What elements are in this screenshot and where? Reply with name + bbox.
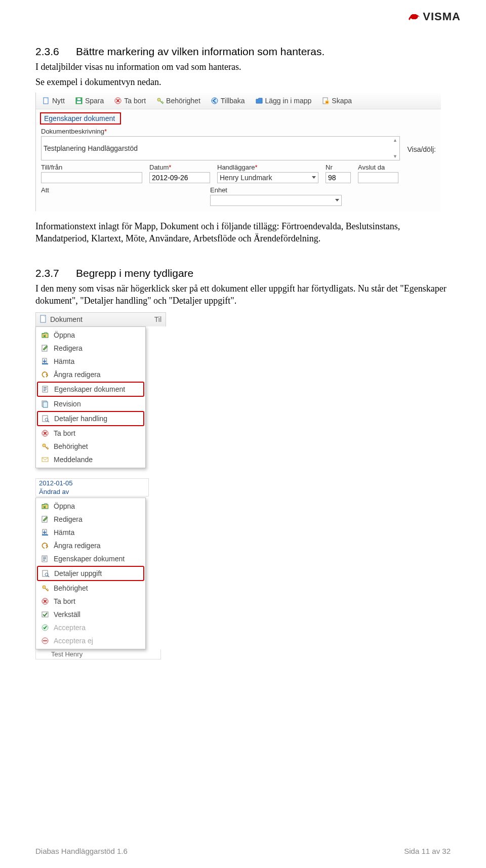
menu-item-hämta[interactable]: Hämta — [37, 355, 144, 368]
folder-button[interactable]: Lägg in i mapp — [251, 96, 316, 106]
detail-icon — [41, 414, 50, 423]
section-236-p1: I detaljbilder visas nu information om v… — [35, 61, 451, 73]
chevron-down-icon — [335, 199, 339, 201]
tab-egenskaper-dokument[interactable]: Egenskaper dokument — [40, 112, 121, 125]
perm-button[interactable]: Behörighet — [152, 96, 205, 106]
menu-item-detaljer-uppgift[interactable]: Detaljer uppgift — [37, 566, 144, 581]
input-datum[interactable] — [149, 172, 210, 183]
label-avslut: Avslut da — [358, 163, 398, 171]
menu-item-revision[interactable]: Revision — [37, 397, 144, 410]
undo-icon — [40, 370, 50, 379]
toolbar: NyttSparaTa bortBehörighetTillbakaLägg i… — [36, 93, 441, 109]
menu-item-verkställ[interactable]: Verkställ — [37, 608, 144, 621]
section-237-p1: I den meny som visas när högerklick sker… — [35, 282, 451, 307]
svg-rect-16 — [44, 389, 47, 390]
label-enhet: Enhet — [210, 186, 342, 194]
delete-icon — [40, 597, 50, 606]
input-avslut[interactable] — [358, 172, 398, 183]
grid-row-below: Test Henry — [35, 649, 161, 659]
svg-rect-30 — [43, 557, 46, 558]
svg-rect-13 — [42, 363, 48, 364]
open-icon — [40, 330, 50, 340]
label-handlaggare: Handläggare* — [217, 163, 318, 171]
section-heading-236: 2.3.6Bättre markering av vilken informat… — [35, 46, 451, 58]
scroll-up-icon[interactable]: ▲ — [391, 138, 398, 143]
menu-item-ångra-redigera[interactable]: Ångra redigera — [37, 368, 144, 381]
dropdown-handlaggare[interactable]: Henry Lundmark — [217, 172, 318, 183]
svg-rect-28 — [42, 534, 48, 535]
svg-rect-32 — [43, 560, 45, 561]
svg-rect-15 — [44, 387, 47, 388]
menu-item-egenskaper-dokument[interactable]: Egenskaper dokument — [37, 552, 144, 565]
menu-item-egenskaper-dokument[interactable]: Egenskaper dokument — [37, 382, 144, 397]
menu-item-ta-bort[interactable]: Ta bort — [37, 427, 144, 440]
svg-rect-33 — [43, 570, 48, 576]
document-icon — [40, 315, 47, 324]
svg-rect-31 — [43, 558, 46, 559]
label-nr: Nr — [326, 163, 351, 171]
svg-rect-20 — [43, 416, 48, 422]
menu-item-behörighet[interactable]: Behörighet — [37, 582, 144, 595]
msg-icon — [40, 455, 50, 464]
context-menu: ÖppnaRedigeraHämtaÅngra redigeraEgenskap… — [35, 498, 146, 649]
create-icon — [321, 97, 330, 105]
menu-item-acceptera: Acceptera — [37, 621, 144, 634]
menu-item-öppna[interactable]: Öppna — [37, 328, 144, 342]
menu-item-ta-bort[interactable]: Ta bort — [37, 595, 144, 608]
delete-button[interactable]: Ta bort — [110, 96, 150, 106]
dropdown-enhet[interactable] — [210, 195, 342, 206]
footer-right: Sida 11 av 32 — [404, 847, 451, 855]
props-icon — [41, 385, 50, 394]
folder-icon — [255, 97, 263, 105]
svg-rect-3 — [77, 101, 81, 103]
new-icon — [42, 97, 50, 105]
perm-icon — [40, 584, 50, 593]
menu-item-acceptera-ej: Acceptera ej — [37, 634, 144, 647]
save-icon — [75, 97, 83, 105]
create-button[interactable]: Skapa — [317, 96, 356, 106]
perm-icon — [40, 442, 50, 451]
menu-item-redigera[interactable]: Redigera — [37, 342, 144, 355]
logo-text: VISMA — [423, 10, 461, 23]
menu-item-detaljer-handling[interactable]: Detaljer handling — [37, 411, 144, 426]
menu-item-redigera[interactable]: Redigera — [37, 513, 144, 526]
input-nr[interactable] — [326, 172, 351, 183]
svg-rect-17 — [44, 390, 46, 391]
delete-icon — [40, 429, 50, 438]
section-236-p2: Se exempel i dokumentvyn nedan. — [35, 76, 451, 88]
menu-item-behörighet[interactable]: Behörighet — [37, 440, 144, 453]
edit-icon — [40, 515, 50, 524]
save-button[interactable]: Spara — [71, 96, 108, 106]
footer-left: Diabas Handläggarstöd 1.6 — [35, 847, 128, 855]
new-button[interactable]: Nytt — [38, 96, 69, 106]
menu-item-ångra-redigera[interactable]: Ångra redigera — [37, 539, 144, 552]
svg-rect-19 — [43, 402, 48, 407]
label-dokumentbeskrivning: Dokumentbeskrivning* — [41, 128, 400, 135]
chevron-down-icon — [312, 176, 316, 179]
brand-logo: VISMA — [408, 10, 461, 23]
perm-icon — [156, 97, 164, 105]
screenshot-doc-properties: NyttSparaTa bortBehörighetTillbakaLägg i… — [35, 93, 441, 211]
input-dokumentbeskrivning[interactable]: Testplanering Handläggarstöd ▲ ▼ — [41, 136, 400, 160]
grid-header: Dokument Til — [35, 312, 166, 326]
label-att: Att — [41, 186, 203, 194]
download-icon — [40, 357, 50, 366]
detail-icon — [41, 569, 50, 578]
input-tillfran[interactable] — [41, 172, 142, 183]
delete-icon — [114, 97, 122, 105]
logo-swirl-icon — [408, 12, 421, 21]
svg-rect-2 — [77, 98, 80, 100]
back-button[interactable]: Tillbaka — [207, 96, 249, 106]
grid-cell-changedby: Ändrad av — [35, 487, 149, 497]
label-tillfran: Till/från — [41, 163, 142, 171]
section-heading-237: 2.3.7Begrepp i meny tydligare — [35, 267, 451, 279]
section-236-after: Informationstext inlagt för Mapp, Dokume… — [35, 220, 451, 245]
download-icon — [40, 528, 50, 537]
menu-item-öppna[interactable]: Öppna — [37, 500, 144, 513]
scroll-down-icon[interactable]: ▼ — [391, 154, 398, 159]
exec-icon — [40, 610, 50, 619]
context-menu: ÖppnaRedigeraHämtaÅngra redigeraEgenskap… — [35, 326, 146, 468]
menu-item-meddelande[interactable]: Meddelande — [37, 453, 144, 466]
reject-icon — [40, 636, 50, 645]
menu-item-hämta[interactable]: Hämta — [37, 526, 144, 539]
